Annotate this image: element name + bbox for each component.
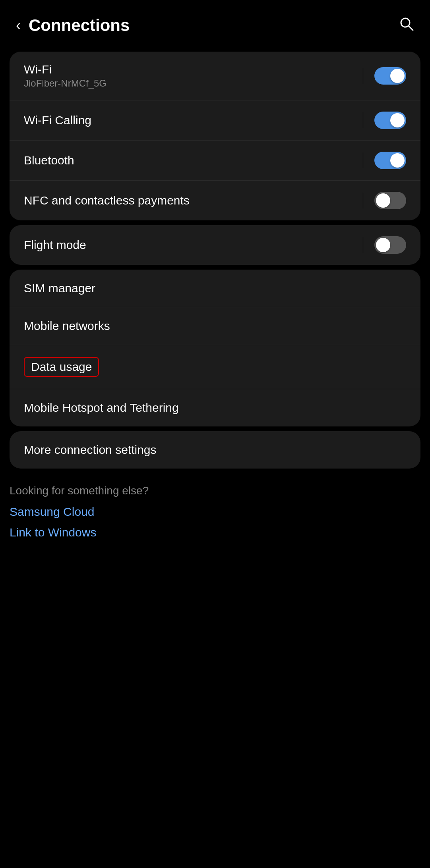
sim-manager-row[interactable]: SIM manager bbox=[10, 270, 420, 307]
wifi-calling-label: Wi-Fi Calling bbox=[24, 114, 91, 127]
footer-section: Looking for something else? Samsung Clou… bbox=[10, 484, 420, 539]
nfc-toggle-thumb bbox=[376, 193, 390, 208]
bluetooth-toggle[interactable] bbox=[374, 152, 406, 169]
flight-mode-label-group: Flight mode bbox=[24, 238, 86, 252]
connectivity-section: Wi-Fi JioFiber-NrMCf_5G Wi-Fi Calling bbox=[10, 52, 420, 220]
hotspot-row[interactable]: Mobile Hotspot and Tethering bbox=[10, 389, 420, 426]
bluetooth-toggle-thumb bbox=[390, 153, 405, 168]
wifi-toggle-thumb bbox=[390, 69, 405, 83]
flight-mode-section[interactable]: Flight mode bbox=[10, 225, 420, 265]
link-to-windows-link[interactable]: Link to Windows bbox=[10, 526, 420, 539]
bluetooth-row[interactable]: Bluetooth bbox=[10, 141, 420, 181]
search-button[interactable] bbox=[399, 16, 414, 35]
divider bbox=[363, 193, 363, 208]
wifi-toggle[interactable] bbox=[374, 67, 406, 85]
flight-mode-toggle[interactable] bbox=[374, 236, 406, 254]
wifi-toggle-group bbox=[363, 67, 406, 85]
mobile-networks-row[interactable]: Mobile networks bbox=[10, 307, 420, 345]
wifi-label: Wi-Fi bbox=[24, 63, 107, 76]
bluetooth-label-group: Bluetooth bbox=[24, 154, 74, 167]
flight-mode-toggle-group bbox=[363, 236, 406, 254]
wifi-row[interactable]: Wi-Fi JioFiber-NrMCf_5G bbox=[10, 52, 420, 100]
more-settings-label: More connection settings bbox=[24, 443, 157, 457]
menu-section: SIM manager Mobile networks Data usage M… bbox=[10, 270, 420, 426]
mobile-networks-label: Mobile networks bbox=[24, 319, 110, 333]
nfc-toggle-group bbox=[363, 192, 406, 209]
data-usage-row[interactable]: Data usage bbox=[10, 345, 420, 389]
wifi-sublabel: JioFiber-NrMCf_5G bbox=[24, 78, 107, 89]
more-settings-section[interactable]: More connection settings bbox=[10, 431, 420, 469]
flight-mode-toggle-track bbox=[374, 236, 406, 254]
divider bbox=[363, 112, 363, 128]
svg-line-1 bbox=[409, 26, 413, 30]
nfc-label-group: NFC and contactless payments bbox=[24, 194, 190, 207]
bluetooth-label: Bluetooth bbox=[24, 154, 74, 167]
header: ‹ Connections bbox=[0, 0, 430, 47]
nfc-label: NFC and contactless payments bbox=[24, 194, 190, 207]
wifi-calling-toggle[interactable] bbox=[374, 112, 406, 129]
nfc-row[interactable]: NFC and contactless payments bbox=[10, 181, 420, 220]
wifi-calling-row[interactable]: Wi-Fi Calling bbox=[10, 100, 420, 141]
wifi-toggle-track bbox=[374, 67, 406, 85]
divider bbox=[363, 152, 363, 168]
more-settings-row[interactable]: More connection settings bbox=[10, 431, 420, 469]
bluetooth-toggle-track bbox=[374, 152, 406, 169]
wifi-calling-label-group: Wi-Fi Calling bbox=[24, 114, 91, 127]
bluetooth-toggle-group bbox=[363, 152, 406, 169]
data-usage-highlight-box: Data usage bbox=[24, 357, 99, 377]
divider bbox=[363, 237, 363, 253]
sim-manager-label: SIM manager bbox=[24, 282, 95, 295]
hotspot-label: Mobile Hotspot and Tethering bbox=[24, 401, 179, 415]
divider bbox=[363, 68, 363, 84]
back-button[interactable]: ‹ bbox=[16, 18, 21, 33]
nfc-toggle-track bbox=[374, 192, 406, 209]
footer-title: Looking for something else? bbox=[10, 484, 420, 497]
header-left: ‹ Connections bbox=[16, 16, 130, 35]
flight-mode-toggle-thumb bbox=[376, 238, 390, 252]
data-usage-label: Data usage bbox=[31, 360, 92, 373]
flight-mode-label: Flight mode bbox=[24, 238, 86, 252]
wifi-calling-toggle-group bbox=[363, 112, 406, 129]
nfc-toggle[interactable] bbox=[374, 192, 406, 209]
wifi-calling-toggle-track bbox=[374, 112, 406, 129]
samsung-cloud-link[interactable]: Samsung Cloud bbox=[10, 505, 420, 519]
wifi-label-group: Wi-Fi JioFiber-NrMCf_5G bbox=[24, 63, 107, 89]
page-title: Connections bbox=[29, 16, 130, 35]
wifi-calling-toggle-thumb bbox=[390, 113, 405, 127]
flight-mode-row[interactable]: Flight mode bbox=[10, 225, 420, 265]
